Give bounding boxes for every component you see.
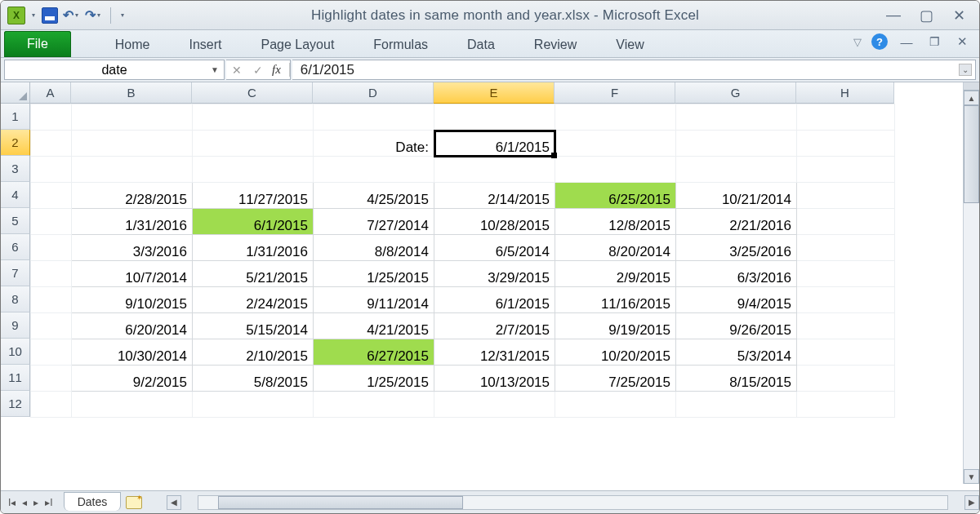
sheet-nav-prev-icon[interactable]: ◂	[20, 495, 29, 510]
tab-insert[interactable]: Insert	[169, 33, 241, 57]
cell-H10[interactable]	[797, 339, 895, 366]
cell-C7[interactable]: 5/21/2015	[193, 261, 314, 287]
cell-F5[interactable]: 12/8/2015	[555, 209, 676, 235]
help-icon[interactable]: ?	[871, 33, 888, 50]
cell-F10[interactable]: 10/20/2015	[555, 339, 676, 366]
cell-D6[interactable]: 8/8/2014	[314, 235, 434, 261]
cell-H4[interactable]	[797, 183, 895, 209]
cell-D2[interactable]: Date:	[314, 131, 434, 157]
cell-A4[interactable]	[31, 183, 72, 209]
cell-E8[interactable]: 6/1/2015	[434, 287, 555, 313]
cell-D4[interactable]: 4/25/2015	[314, 183, 434, 209]
row-header-11[interactable]: 11	[1, 365, 30, 391]
row-header-8[interactable]: 8	[1, 286, 30, 312]
scroll-left-button[interactable]: ◀	[167, 495, 181, 510]
cell-C10[interactable]: 2/10/2015	[193, 339, 314, 366]
cell-B8[interactable]: 9/10/2015	[72, 287, 193, 313]
cell-D3[interactable]	[314, 157, 434, 183]
row-header-3[interactable]: 3	[1, 156, 30, 182]
cell-F11[interactable]: 7/25/2015	[555, 366, 676, 392]
cell-H8[interactable]	[797, 287, 895, 313]
redo-dropdown-icon[interactable]: ▾	[96, 11, 102, 19]
cell-G1[interactable]	[676, 104, 797, 131]
minimize-button[interactable]: ―	[884, 7, 902, 24]
row-header-2[interactable]: 2	[1, 130, 30, 156]
horizontal-scroll-track[interactable]	[198, 495, 948, 510]
tab-view[interactable]: View	[596, 33, 663, 57]
app-menu-dropdown-icon[interactable]: ▾	[30, 11, 37, 19]
vertical-scroll-track[interactable]	[964, 105, 979, 469]
vertical-scrollbar[interactable]: ▲ ▼	[963, 82, 979, 484]
cell-F9[interactable]: 9/19/2015	[555, 313, 676, 339]
undo-button[interactable]: ↶▾	[63, 7, 80, 23]
cell-C3[interactable]	[193, 157, 314, 183]
cell-H11[interactable]	[797, 366, 895, 392]
cell-G8[interactable]: 9/4/2015	[676, 287, 797, 313]
cell-D1[interactable]	[314, 104, 434, 131]
row-header-7[interactable]: 7	[1, 260, 30, 286]
cell-D10[interactable]: 6/27/2015	[314, 339, 434, 366]
cell-C12[interactable]	[193, 392, 314, 418]
sheet-nav-next-icon[interactable]: ▸	[31, 495, 41, 510]
cell-F4[interactable]: 6/25/2015	[555, 183, 676, 209]
cell-E10[interactable]: 12/31/2015	[434, 339, 555, 366]
cell-D7[interactable]: 1/25/2015	[314, 261, 434, 287]
cell-C11[interactable]: 5/8/2015	[193, 366, 314, 392]
cell-G9[interactable]: 9/26/2015	[676, 313, 797, 339]
cell-A9[interactable]	[31, 313, 72, 339]
row-header-10[interactable]: 10	[1, 339, 30, 365]
cell-A12[interactable]	[31, 392, 72, 418]
cell-D8[interactable]: 9/11/2014	[314, 287, 434, 313]
ribbon-minimize-icon[interactable]: ▽	[853, 36, 862, 48]
tab-home[interactable]: Home	[96, 33, 170, 57]
cell-E4[interactable]: 2/14/2015	[434, 183, 555, 209]
formula-input[interactable]: 6/1/2015 ⌄	[292, 60, 976, 80]
row-header-12[interactable]: 12	[1, 391, 30, 417]
formula-expand-icon[interactable]: ⌄	[959, 64, 972, 76]
cell-B12[interactable]	[72, 392, 193, 418]
cell-D11[interactable]: 1/25/2015	[314, 366, 434, 392]
cell-E3[interactable]	[434, 157, 555, 183]
cell-B9[interactable]: 6/20/2014	[72, 313, 193, 339]
row-header-1[interactable]: 1	[1, 104, 30, 130]
tab-page-layout[interactable]: Page Layout	[241, 33, 354, 57]
cell-E7[interactable]: 3/29/2015	[434, 261, 555, 287]
cell-G7[interactable]: 6/3/2016	[676, 261, 797, 287]
cell-A6[interactable]	[31, 235, 72, 261]
tab-file[interactable]: File	[4, 31, 71, 57]
cell-G12[interactable]	[676, 392, 797, 418]
cell-C1[interactable]	[193, 104, 314, 131]
column-header-G[interactable]: G	[675, 82, 796, 104]
vertical-scroll-thumb[interactable]	[964, 105, 979, 203]
cell-A8[interactable]	[31, 287, 72, 313]
cell-B7[interactable]: 10/7/2014	[72, 261, 193, 287]
cell-E5[interactable]: 10/28/2015	[434, 209, 555, 235]
cell-G11[interactable]: 8/15/2015	[676, 366, 797, 392]
name-box-dropdown-icon[interactable]: ▼	[211, 65, 219, 74]
cell-H2[interactable]	[797, 131, 895, 157]
cell-G2[interactable]	[676, 131, 797, 157]
cell-F7[interactable]: 2/9/2015	[555, 261, 676, 287]
cell-F8[interactable]: 11/16/2015	[555, 287, 676, 313]
column-header-C[interactable]: C	[192, 82, 313, 104]
cell-E11[interactable]: 10/13/2015	[434, 366, 555, 392]
save-icon[interactable]	[42, 7, 58, 24]
cell-H7[interactable]	[797, 261, 895, 287]
cell-A7[interactable]	[31, 261, 72, 287]
horizontal-scroll-thumb[interactable]	[218, 496, 463, 509]
excel-app-icon[interactable]	[7, 7, 25, 24]
cell-F3[interactable]	[555, 157, 676, 183]
cell-D9[interactable]: 4/21/2015	[314, 313, 434, 339]
cells-area[interactable]: Date:6/1/20152/28/201511/27/20154/25/201…	[30, 104, 979, 484]
sheet-nav-last-icon[interactable]: ▸I	[42, 495, 55, 510]
cell-E2[interactable]: 6/1/2015	[434, 131, 555, 157]
cell-H1[interactable]	[797, 104, 895, 131]
column-header-A[interactable]: A	[30, 82, 71, 104]
cell-G3[interactable]	[676, 157, 797, 183]
cell-H6[interactable]	[797, 235, 895, 261]
insert-function-button[interactable]: fx	[269, 63, 290, 77]
new-sheet-button[interactable]	[126, 496, 142, 509]
cell-B11[interactable]: 9/2/2015	[72, 366, 193, 392]
cell-B10[interactable]: 10/30/2014	[72, 339, 193, 366]
cell-G5[interactable]: 2/21/2016	[676, 209, 797, 235]
